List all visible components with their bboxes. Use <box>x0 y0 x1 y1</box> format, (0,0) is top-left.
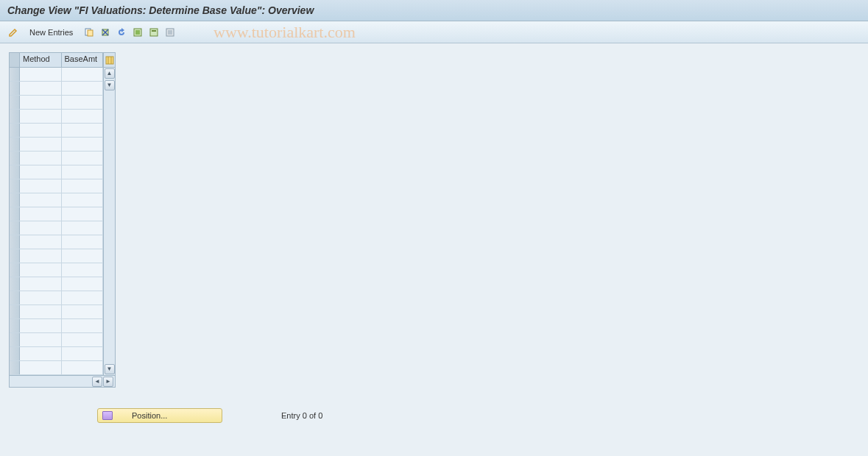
svg-rect-8 <box>152 30 156 32</box>
cell-method[interactable] <box>20 68 62 81</box>
undo-icon[interactable] <box>114 26 129 39</box>
column-baseamt[interactable]: BaseAmt <box>62 53 104 67</box>
table-row <box>10 305 103 319</box>
cell-method[interactable] <box>20 263 62 277</box>
table-row <box>10 110 103 124</box>
cell-method[interactable] <box>20 361 62 374</box>
cell-method[interactable] <box>20 277 62 291</box>
cell-baseamt[interactable] <box>62 179 104 193</box>
table-row <box>10 165 103 179</box>
cell-baseamt[interactable] <box>62 165 104 179</box>
row-selector-header[interactable] <box>10 53 20 67</box>
cell-method[interactable] <box>20 333 62 346</box>
row-selector[interactable] <box>10 305 20 318</box>
row-selector[interactable] <box>10 291 20 304</box>
table-row <box>10 263 103 277</box>
cell-baseamt[interactable] <box>62 333 104 346</box>
cell-baseamt[interactable] <box>62 207 104 221</box>
table-row <box>10 207 103 221</box>
cell-method[interactable] <box>20 319 62 332</box>
row-selector[interactable] <box>10 277 20 291</box>
table-row <box>10 347 103 361</box>
svg-rect-11 <box>106 57 113 64</box>
scroll-down-icon[interactable]: ▼ <box>105 364 115 374</box>
cell-baseamt[interactable] <box>62 82 104 95</box>
row-selector[interactable] <box>10 179 20 193</box>
cell-method[interactable] <box>20 110 62 123</box>
row-selector[interactable] <box>10 68 20 81</box>
table-row <box>10 138 103 152</box>
table-panel: Method BaseAmt ▲ ▼ ▼ ◄ ► <box>9 52 116 388</box>
cell-baseamt[interactable] <box>62 347 104 360</box>
row-selector[interactable] <box>10 152 20 165</box>
row-selector[interactable] <box>10 165 20 179</box>
row-selector[interactable] <box>10 235 20 249</box>
row-selector[interactable] <box>10 333 20 346</box>
select-block-icon[interactable] <box>147 26 161 39</box>
cell-method[interactable] <box>20 165 62 179</box>
scroll-down-small-icon[interactable]: ▼ <box>105 80 115 90</box>
cell-baseamt[interactable] <box>62 124 104 137</box>
cell-method[interactable] <box>20 235 62 249</box>
cell-baseamt[interactable] <box>62 305 104 318</box>
cell-method[interactable] <box>20 138 62 151</box>
cell-method[interactable] <box>20 193 62 207</box>
cell-baseamt[interactable] <box>62 319 104 332</box>
table-row <box>10 152 103 165</box>
vertical-scrollbar[interactable]: ▲ ▼ ▼ <box>103 68 115 375</box>
cell-method[interactable] <box>20 305 62 318</box>
row-selector[interactable] <box>10 319 20 332</box>
deselect-all-icon[interactable] <box>163 26 177 39</box>
cell-baseamt[interactable] <box>62 152 104 165</box>
row-selector[interactable] <box>10 207 20 221</box>
cell-baseamt[interactable] <box>62 138 104 151</box>
table-row <box>10 124 103 138</box>
cell-method[interactable] <box>20 179 62 193</box>
cell-baseamt[interactable] <box>62 291 104 304</box>
new-entries-button[interactable]: New Entries <box>25 26 77 38</box>
row-selector[interactable] <box>10 82 20 95</box>
cell-baseamt[interactable] <box>62 235 104 249</box>
scroll-left-icon[interactable]: ◄ <box>92 377 102 387</box>
row-selector[interactable] <box>10 193 20 207</box>
copy-icon[interactable] <box>82 26 96 39</box>
cell-method[interactable] <box>20 221 62 235</box>
cell-baseamt[interactable] <box>62 221 104 235</box>
cell-method[interactable] <box>20 96 62 109</box>
scroll-right-icon[interactable]: ► <box>103 377 113 387</box>
row-selector[interactable] <box>10 96 20 109</box>
cell-baseamt[interactable] <box>62 249 104 263</box>
cell-baseamt[interactable] <box>62 68 104 81</box>
cell-baseamt[interactable] <box>62 110 104 123</box>
cell-method[interactable] <box>20 152 62 165</box>
cell-baseamt[interactable] <box>62 96 104 109</box>
cell-baseamt[interactable] <box>62 361 104 374</box>
row-selector[interactable] <box>10 110 20 123</box>
cell-method[interactable] <box>20 124 62 137</box>
cell-baseamt[interactable] <box>62 277 104 291</box>
row-selector[interactable] <box>10 124 20 137</box>
position-button[interactable]: Position... <box>97 408 222 423</box>
cell-method[interactable] <box>20 82 62 95</box>
table-row <box>10 319 103 333</box>
row-selector[interactable] <box>10 249 20 263</box>
cell-method[interactable] <box>20 207 62 221</box>
row-selector[interactable] <box>10 138 20 151</box>
scroll-up-icon[interactable]: ▲ <box>105 68 115 79</box>
row-selector[interactable] <box>10 263 20 277</box>
table-settings-icon[interactable] <box>103 53 115 67</box>
delete-icon[interactable] <box>98 26 113 39</box>
cell-baseamt[interactable] <box>62 263 104 277</box>
row-selector[interactable] <box>10 361 20 374</box>
footer: Position... Entry 0 of 0 <box>97 408 859 423</box>
row-selector[interactable] <box>10 347 20 360</box>
cell-method[interactable] <box>20 291 62 304</box>
row-selector[interactable] <box>10 221 20 235</box>
change-icon[interactable] <box>6 26 21 39</box>
cell-method[interactable] <box>20 347 62 360</box>
cell-method[interactable] <box>20 249 62 263</box>
horizontal-scrollbar[interactable]: ◄ ► <box>10 375 115 387</box>
select-all-icon[interactable] <box>130 26 145 39</box>
cell-baseamt[interactable] <box>62 193 104 207</box>
column-method[interactable]: Method <box>20 53 62 67</box>
